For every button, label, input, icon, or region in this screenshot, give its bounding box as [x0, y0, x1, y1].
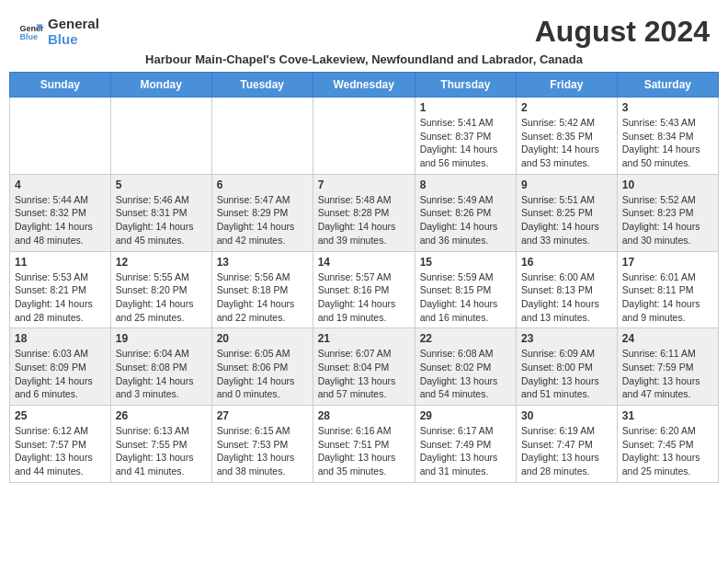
day-info: Sunrise: 6:16 AM Sunset: 7:51 PM Dayligh… — [318, 424, 410, 478]
day-info: Sunrise: 6:11 AM Sunset: 7:59 PM Dayligh… — [622, 347, 713, 401]
day-number: 13 — [217, 256, 308, 269]
day-info: Sunrise: 6:01 AM Sunset: 8:11 PM Dayligh… — [622, 270, 713, 325]
calendar-cell: 4Sunrise: 5:44 AM Sunset: 8:32 PM Daylig… — [10, 174, 111, 251]
calendar-cell: 20Sunrise: 6:05 AM Sunset: 8:06 PM Dayli… — [211, 328, 313, 406]
svg-text:Blue: Blue — [19, 32, 38, 41]
day-info: Sunrise: 5:49 AM Sunset: 8:26 PM Dayligh… — [420, 193, 511, 247]
day-info: Sunrise: 5:51 AM Sunset: 8:25 PM Dayligh… — [521, 193, 612, 247]
calendar-cell: 28Sunrise: 6:16 AM Sunset: 7:51 PM Dayli… — [313, 406, 415, 483]
day-number: 22 — [420, 332, 511, 345]
day-info: Sunrise: 5:56 AM Sunset: 8:18 PM Dayligh… — [217, 270, 308, 325]
header: General Blue General Blue August 2024 — [9, 9, 719, 51]
day-number: 23 — [521, 332, 612, 345]
logo-line2: Blue — [48, 32, 99, 48]
day-number: 8 — [420, 178, 511, 191]
day-number: 21 — [318, 332, 410, 345]
calendar-cell: 22Sunrise: 6:08 AM Sunset: 8:02 PM Dayli… — [415, 328, 516, 406]
day-info: Sunrise: 6:09 AM Sunset: 8:00 PM Dayligh… — [521, 347, 612, 401]
calendar-cell — [313, 98, 415, 175]
day-number: 29 — [420, 409, 511, 422]
day-number: 6 — [217, 178, 308, 191]
day-number: 28 — [318, 409, 410, 422]
calendar-week-row: 25Sunrise: 6:12 AM Sunset: 7:57 PM Dayli… — [10, 406, 719, 483]
calendar-cell: 31Sunrise: 6:20 AM Sunset: 7:45 PM Dayli… — [617, 406, 718, 483]
calendar-cell: 7Sunrise: 5:48 AM Sunset: 8:28 PM Daylig… — [313, 174, 415, 251]
calendar-cell: 15Sunrise: 5:59 AM Sunset: 8:15 PM Dayli… — [415, 251, 516, 328]
calendar-cell: 17Sunrise: 6:01 AM Sunset: 8:11 PM Dayli… — [617, 251, 718, 328]
calendar-cell: 8Sunrise: 5:49 AM Sunset: 8:26 PM Daylig… — [415, 174, 516, 251]
day-number: 1 — [420, 101, 511, 114]
logo: General Blue General Blue — [18, 17, 99, 47]
day-of-week-header: Tuesday — [211, 73, 313, 98]
logo-icon: General Blue — [18, 19, 44, 45]
day-number: 20 — [217, 332, 308, 345]
calendar-cell: 3Sunrise: 5:43 AM Sunset: 8:34 PM Daylig… — [617, 98, 718, 175]
day-number: 10 — [622, 178, 713, 191]
logo-line1: General — [48, 17, 99, 32]
day-number: 2 — [521, 101, 612, 114]
day-number: 27 — [217, 409, 308, 422]
day-info: Sunrise: 5:48 AM Sunset: 8:28 PM Dayligh… — [318, 193, 410, 247]
subtitle: Harbour Main-Chapel's Cove-Lakeview, New… — [9, 51, 719, 72]
day-info: Sunrise: 5:47 AM Sunset: 8:29 PM Dayligh… — [217, 193, 308, 247]
day-info: Sunrise: 5:53 AM Sunset: 8:21 PM Dayligh… — [15, 270, 106, 325]
calendar-week-row: 18Sunrise: 6:03 AM Sunset: 8:09 PM Dayli… — [10, 328, 719, 406]
calendar-cell — [10, 98, 111, 175]
calendar-cell: 13Sunrise: 5:56 AM Sunset: 8:18 PM Dayli… — [211, 251, 313, 328]
day-info: Sunrise: 6:12 AM Sunset: 7:57 PM Dayligh… — [15, 424, 106, 478]
day-of-week-header: Friday — [517, 73, 618, 98]
calendar-cell: 11Sunrise: 5:53 AM Sunset: 8:21 PM Dayli… — [10, 251, 111, 328]
calendar-header-row: SundayMondayTuesdayWednesdayThursdayFrid… — [10, 73, 719, 98]
day-of-week-header: Sunday — [10, 73, 111, 98]
day-info: Sunrise: 6:03 AM Sunset: 8:09 PM Dayligh… — [15, 347, 106, 401]
day-info: Sunrise: 6:17 AM Sunset: 7:49 PM Dayligh… — [420, 424, 511, 478]
day-info: Sunrise: 6:19 AM Sunset: 7:47 PM Dayligh… — [521, 424, 612, 478]
day-number: 9 — [521, 178, 612, 191]
day-info: Sunrise: 6:05 AM Sunset: 8:06 PM Dayligh… — [217, 347, 308, 401]
day-number: 15 — [420, 256, 511, 269]
calendar-cell: 1Sunrise: 5:41 AM Sunset: 8:37 PM Daylig… — [415, 98, 516, 175]
day-number: 16 — [521, 256, 612, 269]
day-of-week-header: Wednesday — [313, 73, 415, 98]
day-info: Sunrise: 5:41 AM Sunset: 8:37 PM Dayligh… — [420, 116, 511, 170]
day-info: Sunrise: 6:08 AM Sunset: 8:02 PM Dayligh… — [420, 347, 511, 401]
day-number: 24 — [622, 332, 713, 345]
calendar-cell: 25Sunrise: 6:12 AM Sunset: 7:57 PM Dayli… — [10, 406, 111, 483]
day-of-week-header: Monday — [110, 73, 211, 98]
calendar-cell: 30Sunrise: 6:19 AM Sunset: 7:47 PM Dayli… — [517, 406, 618, 483]
day-number: 25 — [15, 409, 106, 422]
calendar-cell: 19Sunrise: 6:04 AM Sunset: 8:08 PM Dayli… — [110, 328, 211, 406]
day-number: 3 — [622, 101, 713, 114]
day-info: Sunrise: 5:46 AM Sunset: 8:31 PM Dayligh… — [116, 193, 207, 247]
day-number: 26 — [116, 409, 207, 422]
calendar-cell: 27Sunrise: 6:15 AM Sunset: 7:53 PM Dayli… — [211, 406, 313, 483]
month-title: August 2024 — [535, 15, 710, 49]
calendar-week-row: 11Sunrise: 5:53 AM Sunset: 8:21 PM Dayli… — [10, 251, 719, 328]
day-number: 30 — [521, 409, 612, 422]
calendar-cell — [211, 98, 313, 175]
calendar-cell: 29Sunrise: 6:17 AM Sunset: 7:49 PM Dayli… — [415, 406, 516, 483]
calendar: SundayMondayTuesdayWednesdayThursdayFrid… — [9, 72, 719, 483]
day-of-week-header: Saturday — [617, 73, 718, 98]
calendar-week-row: 4Sunrise: 5:44 AM Sunset: 8:32 PM Daylig… — [10, 174, 719, 251]
day-info: Sunrise: 5:43 AM Sunset: 8:34 PM Dayligh… — [622, 116, 713, 170]
day-info: Sunrise: 5:59 AM Sunset: 8:15 PM Dayligh… — [420, 270, 511, 325]
calendar-cell: 14Sunrise: 5:57 AM Sunset: 8:16 PM Dayli… — [313, 251, 415, 328]
day-number: 17 — [622, 256, 713, 269]
calendar-cell: 9Sunrise: 5:51 AM Sunset: 8:25 PM Daylig… — [517, 174, 618, 251]
day-number: 7 — [318, 178, 410, 191]
calendar-week-row: 1Sunrise: 5:41 AM Sunset: 8:37 PM Daylig… — [10, 98, 719, 175]
calendar-cell: 18Sunrise: 6:03 AM Sunset: 8:09 PM Dayli… — [10, 328, 111, 406]
day-info: Sunrise: 5:42 AM Sunset: 8:35 PM Dayligh… — [521, 116, 612, 170]
calendar-cell: 10Sunrise: 5:52 AM Sunset: 8:23 PM Dayli… — [617, 174, 718, 251]
day-info: Sunrise: 5:44 AM Sunset: 8:32 PM Dayligh… — [15, 193, 106, 247]
calendar-cell: 16Sunrise: 6:00 AM Sunset: 8:13 PM Dayli… — [517, 251, 618, 328]
day-info: Sunrise: 6:07 AM Sunset: 8:04 PM Dayligh… — [318, 347, 410, 401]
day-info: Sunrise: 5:55 AM Sunset: 8:20 PM Dayligh… — [116, 270, 207, 325]
day-number: 14 — [318, 256, 410, 269]
calendar-cell: 21Sunrise: 6:07 AM Sunset: 8:04 PM Dayli… — [313, 328, 415, 406]
day-info: Sunrise: 6:04 AM Sunset: 8:08 PM Dayligh… — [116, 347, 207, 401]
day-of-week-header: Thursday — [415, 73, 516, 98]
day-number: 19 — [116, 332, 207, 345]
day-info: Sunrise: 6:13 AM Sunset: 7:55 PM Dayligh… — [116, 424, 207, 478]
